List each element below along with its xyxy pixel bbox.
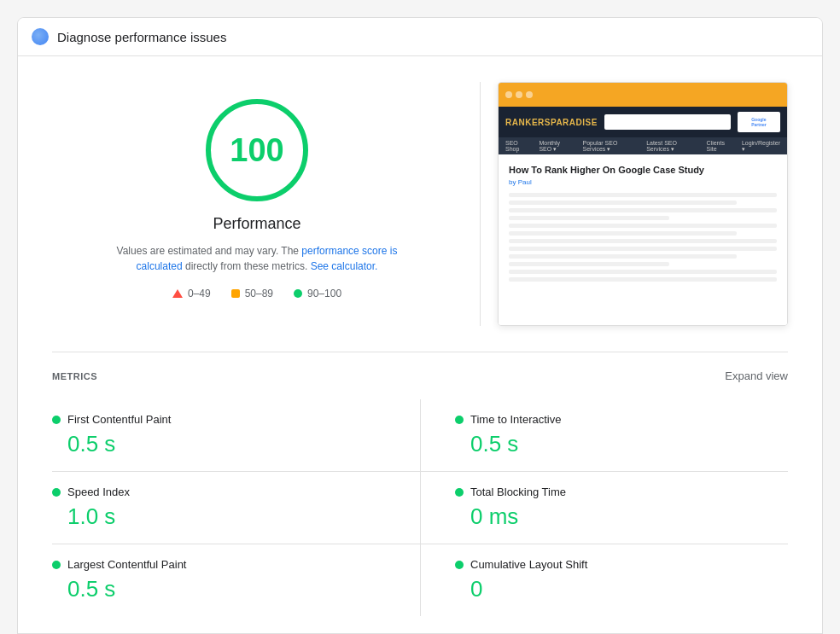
score-value: 100 bbox=[230, 132, 283, 169]
browser-header bbox=[499, 83, 787, 107]
metric-header-cls: Cumulative Layout Shift bbox=[455, 558, 771, 571]
metric-value-lcp: 0.5 s bbox=[52, 576, 403, 602]
article-line-3 bbox=[509, 208, 777, 212]
metric-name-si: Speed Index bbox=[67, 486, 130, 498]
metrics-header: METRICS Expand view bbox=[52, 369, 788, 382]
metric-name-fcp: First Contentful Paint bbox=[67, 413, 171, 426]
browser-dot-2 bbox=[516, 91, 522, 98]
main-container: Diagnose performance issues 100 Performa… bbox=[17, 17, 823, 634]
metric-value-tbt: 0 ms bbox=[455, 503, 771, 530]
calculator-link[interactable]: See calculator. bbox=[311, 260, 378, 272]
metric-header-si: Speed Index bbox=[52, 486, 403, 498]
article-line-8 bbox=[509, 247, 777, 251]
metric-item-si: Speed Index 1.0 s bbox=[52, 472, 420, 544]
nav-search-bar bbox=[604, 114, 731, 130]
article-title: How To Rank Higher On Google Case Study bbox=[509, 165, 777, 175]
partner-badge: GooglePartner bbox=[738, 112, 780, 132]
menu-item-3: Popular SEO Services ▾ bbox=[583, 140, 637, 153]
description-middle: directly from these metrics. bbox=[185, 260, 311, 272]
legend-item-orange: 50–89 bbox=[231, 288, 273, 300]
article-line-6 bbox=[509, 231, 737, 236]
screenshot-browser: RANKERSPARADISE GooglePartner SEO Shop M… bbox=[498, 82, 788, 326]
legend-item-green: 90–100 bbox=[294, 288, 341, 300]
expand-view-button[interactable]: Expand view bbox=[725, 369, 788, 382]
article-line-11 bbox=[509, 270, 777, 274]
metric-item-tbt: Total Blocking Time 0 ms bbox=[420, 472, 788, 544]
metric-header-tbt: Total Blocking Time bbox=[455, 486, 771, 498]
metrics-section: METRICS Expand view First Contentful Pai… bbox=[52, 352, 788, 633]
header: Diagnose performance issues bbox=[18, 18, 822, 56]
article-line-1 bbox=[509, 193, 777, 197]
metric-name-tbt: Total Blocking Time bbox=[470, 486, 566, 498]
metric-name-lcp: Largest Contentful Paint bbox=[67, 558, 186, 571]
browser-dot-1 bbox=[505, 91, 512, 98]
metric-dot-lcp bbox=[52, 561, 61, 569]
metric-dot-cls bbox=[455, 561, 464, 569]
app-icon bbox=[32, 28, 49, 45]
metric-item-lcp: Largest Contentful Paint 0.5 s bbox=[52, 544, 420, 616]
article-line-10 bbox=[509, 262, 669, 266]
article-line-4 bbox=[509, 216, 669, 220]
score-section: 100 Performance Values are estimated and… bbox=[52, 82, 462, 300]
metric-item-tti: Time to Interactive 0.5 s bbox=[420, 399, 788, 472]
browser-dot-3 bbox=[526, 91, 533, 98]
article-line-5 bbox=[509, 224, 777, 228]
article-line-7 bbox=[509, 239, 777, 243]
metric-dot-tbt bbox=[455, 488, 464, 497]
metric-dot-tti bbox=[455, 416, 464, 424]
orange-icon bbox=[231, 289, 240, 298]
metric-header-lcp: Largest Contentful Paint bbox=[52, 558, 403, 571]
score-legend: 0–49 50–89 90–100 bbox=[172, 288, 341, 300]
score-description: Values are estimated and may vary. The p… bbox=[103, 243, 411, 274]
article-line-12 bbox=[509, 277, 777, 282]
vertical-divider bbox=[480, 82, 481, 326]
article-author: by Paul bbox=[509, 178, 777, 186]
metric-value-fcp: 0.5 s bbox=[52, 431, 403, 457]
metric-value-si: 1.0 s bbox=[52, 503, 403, 530]
legend-item-red: 0–49 bbox=[172, 288, 211, 300]
metric-header-fcp: First Contentful Paint bbox=[52, 413, 403, 426]
screenshot-content: How To Rank Higher On Google Case Study … bbox=[499, 154, 787, 325]
header-title: Diagnose performance issues bbox=[57, 30, 226, 44]
metric-header-tti: Time to Interactive bbox=[455, 413, 771, 426]
site-logo: RANKERSPARADISE bbox=[505, 118, 598, 127]
metric-value-tti: 0.5 s bbox=[455, 431, 771, 457]
content-area: 100 Performance Values are estimated and… bbox=[18, 56, 822, 633]
browser-nav: RANKERSPARADISE GooglePartner bbox=[499, 107, 787, 137]
metrics-grid: First Contentful Paint 0.5 s Time to Int… bbox=[52, 399, 788, 616]
top-section: 100 Performance Values are estimated and… bbox=[52, 82, 788, 326]
red-range: 0–49 bbox=[188, 288, 211, 300]
browser-menu: SEO Shop Monthly SEO ▾ Popular SEO Servi… bbox=[499, 137, 787, 154]
score-circle: 100 bbox=[206, 99, 308, 201]
screenshot-section: RANKERSPARADISE GooglePartner SEO Shop M… bbox=[498, 82, 788, 326]
menu-item-4: Latest SEO Services ▾ bbox=[646, 140, 696, 153]
menu-item-6: Login/Register ▾ bbox=[742, 140, 780, 153]
metric-dot-si bbox=[52, 488, 61, 497]
green-range: 90–100 bbox=[307, 288, 341, 300]
metric-item-fcp: First Contentful Paint 0.5 s bbox=[52, 399, 420, 472]
metric-dot-fcp bbox=[52, 416, 61, 424]
menu-item-5: Clients Site bbox=[707, 140, 732, 152]
metrics-title: METRICS bbox=[52, 371, 97, 381]
article-line-9 bbox=[509, 254, 737, 259]
metric-name-tti: Time to Interactive bbox=[470, 413, 561, 426]
metric-name-cls: Cumulative Layout Shift bbox=[470, 558, 587, 571]
menu-item-1: SEO Shop bbox=[505, 140, 528, 152]
score-label: Performance bbox=[213, 215, 300, 233]
metric-value-cls: 0 bbox=[455, 576, 771, 602]
metric-item-cls: Cumulative Layout Shift 0 bbox=[420, 544, 788, 616]
description-prefix: Values are estimated and may vary. The bbox=[117, 245, 302, 257]
menu-item-2: Monthly SEO ▾ bbox=[539, 140, 572, 153]
orange-range: 50–89 bbox=[245, 288, 273, 300]
red-icon bbox=[172, 289, 183, 298]
article-line-2 bbox=[509, 201, 737, 205]
green-icon bbox=[294, 289, 302, 298]
